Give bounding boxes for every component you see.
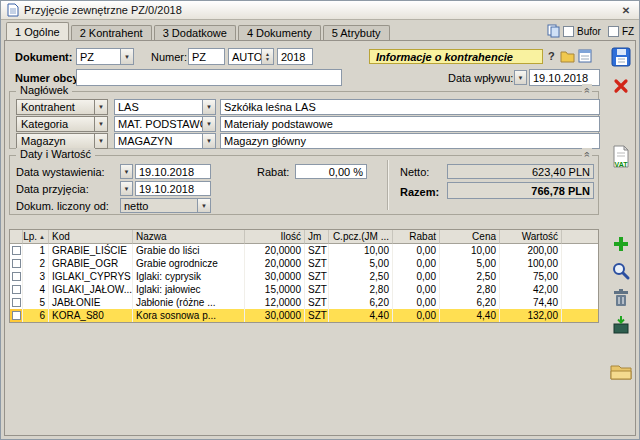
kontrahent-card-button[interactable] (559, 48, 575, 64)
kategoria-button[interactable]: Kategoria ▼ (16, 116, 108, 132)
numer-auto-stepper[interactable]: AUTO ▲▼ (228, 48, 274, 65)
row-checkbox[interactable] (10, 270, 23, 283)
chevron-down-icon[interactable]: ▼ (202, 117, 215, 131)
kategoria-name-field[interactable]: Materiały podstawowe (220, 116, 600, 132)
table-row[interactable]: 5 JABŁONIE Jabłonie (różne ... 12,0000 S… (10, 296, 598, 309)
cell-rabat: 0,00 (393, 270, 440, 283)
chevron-down-icon[interactable]: ▼ (202, 100, 215, 114)
numer-obcy-input[interactable] (76, 69, 342, 86)
row-checkbox[interactable] (10, 296, 23, 309)
table-row[interactable]: 3 IGLAKI_CYPRYS Iglaki: cyprysik 30,0000… (10, 270, 598, 283)
close-button[interactable]: ✕ (618, 3, 634, 17)
data-wplywu-calendar-button[interactable]: ▼ (514, 70, 527, 85)
cell-wartosc: 42,00 (500, 283, 562, 296)
tab-kontrahent[interactable]: 2 Kontrahent (71, 25, 152, 41)
vat-label: VAT (610, 161, 632, 168)
table-row-selected[interactable]: 6 KORA_S80 Kora sosnowa p... 30,0000 SZT… (10, 309, 598, 322)
numer-year-field[interactable]: 2018 (277, 48, 313, 65)
data-wplywu-value: 19.10.2018 (533, 72, 588, 84)
col-wartosc[interactable]: Wartość (500, 230, 562, 244)
data-wplywu-label: Data wpływu: (448, 72, 513, 84)
kategoria-code-field[interactable]: MAT. PODSTAWOWE ▼ (114, 116, 216, 132)
chevron-down-icon[interactable]: ▼ (94, 117, 107, 131)
collapse-daty-button[interactable]: » (582, 148, 592, 160)
daty-wartosc-title: Daty i Wartość (16, 148, 95, 160)
kontrahent-name-field[interactable]: Szkółka leśna LAS (220, 99, 600, 115)
chevron-down-icon[interactable]: ▼ (94, 134, 107, 148)
row-checkbox[interactable] (10, 244, 23, 257)
fz-checkbox[interactable] (608, 26, 619, 37)
spinner-icon[interactable]: ▲▼ (261, 49, 273, 64)
kontrahent-code-field[interactable]: LAS ▼ (114, 99, 216, 115)
cell-lp: 2 (23, 257, 49, 270)
tab-dokumenty[interactable]: 4 Dokumenty (238, 25, 321, 41)
import-box-icon (611, 315, 631, 335)
data-wystawienia-calendar-button[interactable]: ▼ (120, 164, 133, 179)
numer-prefix-field[interactable]: PZ (188, 48, 225, 65)
add-item-button[interactable] (608, 231, 634, 257)
cell-cena: 2,80 (440, 283, 500, 296)
netto-value: 623,40 PLN (532, 166, 590, 178)
magazyn-name-field[interactable]: Magazyn główny (220, 133, 600, 149)
magazyn-name-value: Magazyn główny (224, 135, 306, 147)
magazyn-button[interactable]: Magazyn ▼ (16, 133, 108, 149)
data-przyjecia-field[interactable]: 19.10.2018 (135, 181, 211, 196)
magazyn-code-field[interactable]: MAGAZYN ▼ (114, 133, 216, 149)
cell-kod: GRABIE_LIŚCIE (49, 244, 133, 257)
rabat-label: Rabat: (257, 166, 289, 178)
row-checkbox[interactable] (10, 309, 23, 322)
netto-label: Netto: (400, 166, 429, 178)
cancel-button[interactable] (608, 73, 634, 99)
table-row[interactable]: 4 IGLAKI_JAŁOW... Iglaki: jałowiec 15,00… (10, 283, 598, 296)
table-row[interactable]: 2 GRABIE_OGR Grabie ogrodnicze 20,0000 S… (10, 257, 598, 270)
save-button[interactable] (608, 44, 634, 70)
items-table: Lp.▲ Kod Nazwa Ilość Jm C.pcz.(JM ... Ra… (9, 229, 599, 323)
chevron-down-icon[interactable]: ▼ (94, 100, 107, 114)
dokument-schema-combo[interactable]: PZ ▼ (76, 48, 134, 65)
vat-table-button[interactable]: VAT (608, 141, 634, 171)
kontrahent-button-label: Kontrahent (17, 100, 94, 114)
cell-cena: 10,00 (440, 244, 500, 257)
tab-dodatkowe[interactable]: 3 Dodatkowe (154, 25, 236, 41)
data-wystawienia-field[interactable]: 19.10.2018 (135, 164, 211, 179)
col-select[interactable] (10, 230, 23, 244)
tab-ogolne[interactable]: 1 Ogólne (6, 22, 69, 41)
cell-jm: SZT (305, 244, 329, 257)
col-cena-pocz[interactable]: C.pcz.(JM ... (329, 230, 393, 244)
row-checkbox[interactable] (10, 257, 23, 270)
collapse-naglowek-button[interactable]: » (582, 84, 592, 96)
col-rabat[interactable]: Rabat (393, 230, 440, 244)
rabat-field[interactable]: 0,00 % (295, 164, 367, 179)
chevron-down-icon[interactable]: ▼ (202, 134, 215, 148)
delete-item-button[interactable] (608, 285, 634, 311)
col-nazwa[interactable]: Nazwa (133, 230, 245, 244)
cell-cena-pocz: 10,00 (329, 244, 393, 257)
export-documents-button[interactable] (608, 359, 634, 385)
table-row[interactable]: 1 GRABIE_LIŚCIE Grabie do liści 20,0000 … (10, 244, 598, 257)
kontrahent-list-button[interactable] (577, 48, 593, 64)
import-items-button[interactable] (608, 312, 634, 338)
bufor-checkbox[interactable] (563, 26, 574, 37)
cancel-icon (612, 77, 630, 95)
dokum-liczony-combo[interactable]: netto ▼ (120, 198, 211, 213)
col-kod[interactable]: Kod (49, 230, 133, 244)
cell-wartosc: 132,00 (500, 309, 562, 322)
col-jm[interactable]: Jm (305, 230, 329, 244)
cell-jm: SZT (305, 296, 329, 309)
data-przyjecia-calendar-button[interactable]: ▼ (120, 181, 133, 196)
cell-nazwa: Grabie do liści (133, 244, 245, 257)
tab-atrybuty[interactable]: 5 Atrybuty (323, 25, 390, 41)
chevron-down-icon[interactable]: ▼ (120, 49, 133, 64)
chevron-down-icon[interactable]: ▼ (197, 199, 210, 212)
cell-ilosc: 30,0000 (245, 309, 305, 322)
help-icon[interactable]: ? (548, 50, 555, 62)
col-lp[interactable]: Lp.▲ (23, 230, 49, 244)
col-cena[interactable]: Cena (440, 230, 500, 244)
kontrahent-button[interactable]: Kontrahent ▼ (16, 99, 108, 115)
kategoria-button-label: Kategoria (17, 117, 94, 131)
edit-item-button[interactable] (608, 258, 634, 284)
cell-filler (562, 309, 598, 322)
copy-icon[interactable] (546, 23, 560, 38)
row-checkbox[interactable] (10, 283, 23, 296)
col-ilosc[interactable]: Ilość (245, 230, 305, 244)
